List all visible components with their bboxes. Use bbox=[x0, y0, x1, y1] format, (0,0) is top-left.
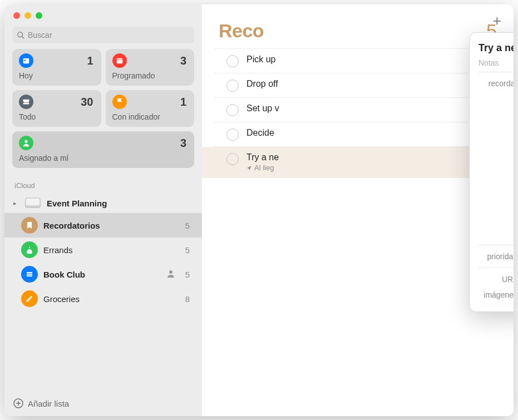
svg-rect-3 bbox=[24, 60, 26, 61]
svg-rect-8 bbox=[26, 198, 40, 206]
list-color-icon bbox=[21, 217, 38, 234]
reminder-row[interactable]: Try a neAl llegi bbox=[202, 147, 514, 178]
close-window-button[interactable] bbox=[13, 12, 20, 19]
smart-list-label: Programado bbox=[112, 71, 188, 80]
svg-rect-9 bbox=[27, 272, 32, 273]
add-reminder-button[interactable]: + bbox=[493, 12, 501, 29]
person-icon bbox=[19, 136, 33, 150]
location-arrow-icon bbox=[246, 165, 252, 171]
svg-rect-11 bbox=[27, 275, 32, 276]
popover-title-field[interactable]: Try a new coffee bbox=[478, 42, 514, 54]
svg-rect-4 bbox=[116, 58, 122, 64]
window-controls bbox=[4, 4, 202, 27]
complete-toggle[interactable] bbox=[226, 55, 239, 67]
sidebar-list-book-club[interactable]: Book Club5 bbox=[4, 262, 202, 286]
remind-label: recordar bbox=[478, 79, 514, 88]
smart-list-label: Asignado a mí bbox=[19, 154, 188, 162]
zoom-window-button[interactable] bbox=[36, 12, 42, 19]
smart-list-today[interactable]: 1 Hoy bbox=[12, 49, 101, 86]
search-placeholder: Buscar bbox=[28, 31, 52, 39]
reminder-title[interactable]: Pick up bbox=[246, 55, 501, 65]
list-color-icon bbox=[21, 241, 38, 258]
complete-toggle[interactable] bbox=[226, 104, 239, 116]
plus-circle-icon bbox=[13, 398, 23, 408]
main-content: + Reco 5 Pick upDrop offSet up vDecideTr… bbox=[202, 4, 514, 416]
sidebar-list-recordatorios[interactable]: Recordatorios5 bbox=[4, 213, 202, 238]
list-color-icon bbox=[21, 266, 38, 283]
smart-list-count: 1 bbox=[87, 55, 93, 67]
reminder-title[interactable]: Try a ne bbox=[246, 152, 481, 162]
add-list-button[interactable]: Añadir lista bbox=[4, 391, 202, 416]
list-color-icon bbox=[21, 290, 38, 307]
svg-point-0 bbox=[18, 32, 23, 37]
smart-list-count: 3 bbox=[180, 137, 186, 150]
smart-list-label: Con indicador bbox=[112, 112, 188, 121]
images-label: imágenes bbox=[478, 290, 514, 299]
list-name: Errands bbox=[43, 245, 180, 255]
list-count: 5 bbox=[185, 245, 193, 255]
folder-name: Event Planning bbox=[47, 199, 193, 208]
priority-label: prioridad bbox=[478, 252, 514, 261]
smart-list-flagged[interactable]: 1 Con indicador bbox=[106, 90, 195, 127]
svg-rect-2 bbox=[23, 58, 29, 64]
reminder-title[interactable]: Set up v bbox=[246, 103, 501, 113]
svg-line-1 bbox=[22, 37, 24, 39]
smart-list-label: Todo bbox=[19, 112, 95, 121]
shared-icon bbox=[166, 269, 175, 280]
calendar-today-icon bbox=[19, 53, 33, 68]
list-name: Groceries bbox=[43, 294, 180, 304]
svg-point-12 bbox=[169, 270, 172, 274]
smart-lists-grid: 1 Hoy 3 Programado 30 Todo bbox=[4, 49, 202, 172]
complete-toggle[interactable] bbox=[226, 153, 239, 165]
smart-list-count: 3 bbox=[180, 55, 186, 67]
list-title: Reco bbox=[219, 20, 486, 42]
disclosure-triangle-icon[interactable]: ▸ bbox=[13, 200, 19, 207]
list-name: Recordatorios bbox=[43, 221, 180, 230]
reminder-title[interactable]: Drop off bbox=[246, 79, 501, 89]
smart-list-scheduled[interactable]: 3 Programado bbox=[106, 49, 195, 86]
list-count: 5 bbox=[185, 221, 193, 230]
folder-event-planning[interactable]: ▸ Event Planning bbox=[4, 193, 202, 213]
flag-icon bbox=[112, 95, 127, 109]
list-name: Book Club bbox=[43, 270, 161, 279]
smart-list-count: 1 bbox=[180, 96, 186, 108]
smart-list-all[interactable]: 30 Todo bbox=[12, 90, 101, 127]
search-icon bbox=[17, 31, 24, 39]
search-input[interactable]: Buscar bbox=[12, 27, 194, 43]
sidebar-list-groceries[interactable]: Groceries8 bbox=[4, 286, 202, 311]
tray-icon bbox=[19, 95, 33, 109]
folder-icon bbox=[24, 197, 41, 209]
list-count: 5 bbox=[185, 270, 193, 279]
sidebar-list-errands[interactable]: Errands5 bbox=[4, 238, 202, 262]
account-header[interactable]: iCloud bbox=[4, 172, 202, 193]
complete-toggle[interactable] bbox=[226, 129, 239, 141]
svg-rect-10 bbox=[27, 274, 32, 275]
notes-field[interactable]: Notas bbox=[478, 57, 514, 72]
reminder-subtitle: Al lleg bbox=[246, 164, 481, 172]
complete-toggle[interactable] bbox=[226, 80, 239, 92]
reminder-details-popover: Try a new coffee Notas recordar En un dí… bbox=[469, 32, 514, 312]
add-list-label: Añadir lista bbox=[28, 399, 69, 408]
minimize-window-button[interactable] bbox=[24, 12, 31, 19]
reminder-title[interactable]: Decide bbox=[246, 128, 501, 138]
calendar-icon bbox=[112, 53, 127, 68]
svg-point-6 bbox=[24, 140, 27, 143]
url-label: URL bbox=[478, 275, 514, 284]
list-count: 8 bbox=[185, 294, 193, 304]
smart-list-assigned[interactable]: 3 Asignado a mí bbox=[12, 131, 194, 168]
app-window: Buscar 1 Hoy 3 Programado 3 bbox=[4, 4, 514, 416]
smart-list-count: 30 bbox=[81, 96, 93, 108]
smart-list-label: Hoy bbox=[19, 71, 95, 80]
sidebar: Buscar 1 Hoy 3 Programado 3 bbox=[4, 4, 202, 416]
